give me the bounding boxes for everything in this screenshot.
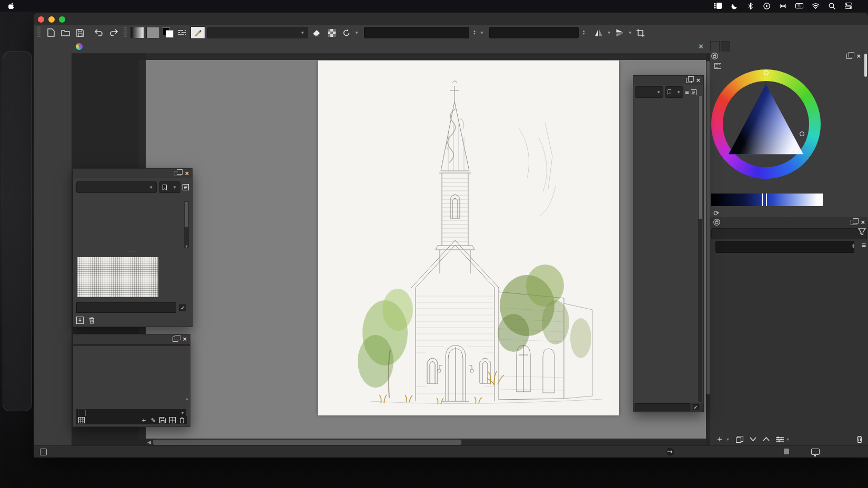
minimize-window-button[interactable] [48,16,55,23]
wifi-icon[interactable] [812,2,820,10]
canvas[interactable] [318,60,619,415]
stage-manager-icon[interactable] [714,2,722,10]
mirror-horizontal-button[interactable] [592,27,605,38]
add-layer-button[interactable]: ＋ [715,434,724,445]
edit-color-button[interactable]: ✎ [151,417,156,424]
palette-list-icon[interactable] [78,417,85,423]
keyboard-icon[interactable] [795,2,803,10]
pattern-menu-icon[interactable] [183,184,189,190]
opacity-dropdown-caret[interactable]: ▼ [480,30,484,35]
undo-button[interactable] [93,27,105,38]
play-circle-icon[interactable] [763,2,771,10]
panel-scrollbar[interactable] [864,54,867,77]
bluetooth-icon[interactable] [746,2,754,10]
palette-titlebar[interactable]: × [73,334,190,344]
apple-menu-icon[interactable] [0,2,21,9]
pattern-filter-in-tag-checkbox[interactable]: ✓ [179,304,189,311]
delete-layer-button[interactable] [856,435,863,443]
brush-scrollbar[interactable] [698,96,702,402]
brush-view-menu-icon[interactable]: ≡ [685,88,689,96]
tab-advanced-color-selector[interactable] [710,41,720,52]
pattern-tag-button[interactable]: ▼ [159,181,180,193]
current-color-caret[interactable]: ▼ [180,411,185,415]
mirror-h-caret[interactable]: ▼ [607,30,611,35]
delete-color-icon[interactable] [179,417,185,423]
zoom-window-button[interactable] [59,16,65,23]
close-brushes-icon[interactable]: × [696,78,700,83]
close-palette-icon[interactable]: × [183,337,187,342]
brush-option-slider-icon[interactable] [176,27,188,38]
mirror-vertical-button[interactable] [613,27,626,38]
layers-lock-icon[interactable] [713,219,720,226]
redo-button[interactable] [107,27,120,38]
layer-filter-icon[interactable] [858,228,866,236]
delete-resource-icon[interactable] [89,317,95,324]
palette-grid-view-icon[interactable] [169,417,176,423]
gradient-chooser[interactable] [130,27,144,38]
foreground-background-colors[interactable] [162,27,174,38]
layer-blending-dropdown[interactable]: ▼ [711,228,867,239]
trim-to-image-button[interactable] [634,27,647,38]
airplay-icon[interactable] [779,2,787,10]
brush-display-icon[interactable] [691,89,697,95]
mirror-v-caret[interactable]: ▼ [628,30,632,35]
float-docker-icon[interactable] [846,54,852,59]
layers-header[interactable]: × [710,217,868,227]
patterns-splitter[interactable]: ······ [73,249,192,254]
move-layer-up-button[interactable] [763,437,770,441]
close-window-button[interactable] [38,16,44,23]
duplicate-layer-button[interactable] [736,436,743,443]
new-document-button[interactable] [44,27,57,38]
shade-selector-bar[interactable] [711,194,823,206]
canvas-viewport[interactable] [146,60,706,439]
patterns-titlebar[interactable]: × [73,169,192,178]
palette-scroll-caret[interactable]: ▼ [185,398,189,401]
brush-search-input[interactable] [635,403,690,411]
close-document-icon[interactable]: ✕ [698,43,704,50]
selection-indicator-icon[interactable] [40,449,47,455]
window-titlebar[interactable] [34,13,868,25]
layer-menu-icon[interactable]: ≡ [862,241,866,249]
layer-opacity-slider[interactable] [715,241,854,253]
eraser-mode-button[interactable] [310,27,323,38]
selector-settings-icon[interactable] [714,63,721,69]
blending-mode-dropdown[interactable]: ▼ [207,27,308,38]
layer-properties-button[interactable] [776,436,784,442]
fit-to-screen-icon[interactable] [811,449,820,455]
reset-rotation-icon[interactable] [666,448,674,456]
pattern-search-input[interactable] [76,302,176,313]
add-layer-caret[interactable]: ▼ [726,438,730,441]
focus-moon-icon[interactable] [730,2,738,10]
preserve-alpha-button[interactable] [325,27,338,38]
add-color-button[interactable]: ＋ [140,415,147,425]
opacity-slider[interactable] [364,27,469,38]
properties-caret[interactable]: ▼ [786,438,790,441]
brush-filter-in-tag-checkbox[interactable]: ✓ [693,404,701,410]
toolbar-grip[interactable] [124,27,127,38]
import-resource-icon[interactable] [76,317,84,324]
close-patterns-icon[interactable]: × [185,171,189,176]
canvas-vertical-scrollbar[interactable] [706,60,710,439]
float-palette-icon[interactable] [173,337,178,342]
save-palette-icon[interactable] [159,417,166,423]
document-tabbar[interactable]: ✕ [72,40,710,54]
open-document-button[interactable] [59,27,72,38]
docker-lock-icon[interactable] [711,53,718,59]
hue-ring[interactable] [711,69,821,179]
pattern-tag-filter-dropdown[interactable]: ▼ [76,181,157,193]
float-layers-icon[interactable] [851,220,856,225]
brush-presets-titlebar[interactable]: × [633,76,703,85]
spotlight-search-icon[interactable] [828,2,836,10]
save-button[interactable] [74,27,86,38]
size-slider[interactable] [489,27,579,38]
color-selector-header[interactable]: × [711,52,861,60]
edit-brush-settings-button[interactable] [190,26,205,39]
opacity-spinner[interactable]: ▲▼ [471,27,478,38]
pattern-chooser[interactable] [146,27,160,38]
toolbar-grip[interactable] [37,27,41,38]
reload-dropdown-caret[interactable]: ▼ [355,30,359,35]
float-brushes-icon[interactable] [686,78,692,83]
scroll-left-arrow-icon[interactable]: ◀ [146,440,153,445]
close-docker-icon[interactable]: × [856,54,861,59]
pattern-scrollbar[interactable]: ▼ [184,201,189,248]
